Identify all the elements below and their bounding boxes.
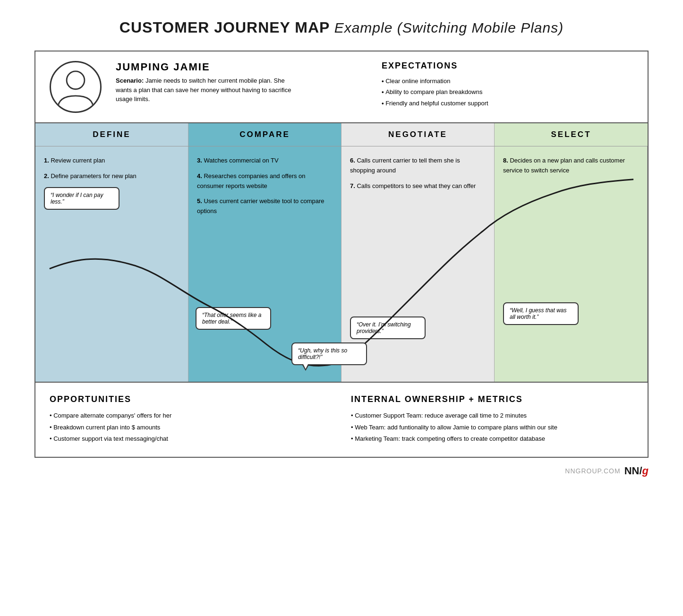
- opportunity-2: Breakdown current plan into $ amounts: [50, 422, 332, 434]
- phases-header: DEFINE COMPARE NEGOTIATE SELECT: [35, 123, 648, 146]
- metrics-list: Customer Support Team: reduce average ca…: [351, 410, 633, 445]
- persona-name: JUMPING JAMIE: [116, 61, 367, 73]
- phase-header-negotiate: NEGOTIATE: [342, 123, 495, 146]
- expectation-1: Clear online information: [382, 76, 633, 86]
- step-7: 7. Calls competitors to see what they ca…: [350, 181, 486, 191]
- expectations-section: EXPECTATIONS Clear online information Ab…: [382, 61, 633, 109]
- bubble-compare-2: “Ugh, why is this so difficult?!”: [291, 342, 367, 365]
- expectation-2: Ability to compare plan breakdowns: [382, 86, 633, 97]
- speech-bubble-define: “I wonder if I can pay less.”: [44, 187, 120, 210]
- expectations-list: Clear online information Ability to comp…: [382, 76, 633, 109]
- opportunity-1: Compare alternate companys' offers for h…: [50, 410, 332, 422]
- branding-logo: NN/g: [624, 465, 649, 477]
- metric-3: Marketing Team: track competing offers t…: [351, 433, 633, 445]
- speech-bubble-select: “Well, I guess that was all worth it.”: [503, 302, 579, 325]
- opportunities-list: Compare alternate companys' offers for h…: [50, 410, 332, 445]
- bubble-select: “Well, I guess that was all worth it.”: [503, 302, 579, 325]
- opportunity-3: Customer support via text messaging/chat: [50, 433, 332, 445]
- phase-header-define: DEFINE: [35, 123, 188, 146]
- svg-point-0: [67, 71, 85, 89]
- step-8: 8. Decides on a new plan and calls custo…: [503, 156, 639, 176]
- metric-1: Customer Support Team: reduce average ca…: [351, 410, 633, 422]
- metric-2: Web Team: add funtionality to allow Jami…: [351, 422, 633, 434]
- step-6: 6. Calls current carrier to tell them sh…: [350, 156, 486, 176]
- journey-column-define: 1. Review current plan 2. Define paramet…: [35, 146, 188, 382]
- branding-nn: NN: [624, 465, 640, 477]
- speech-bubble-negotiate: “Over it. I’m switching providers.”: [350, 317, 426, 339]
- step-5: 5. Uses current carrier website tool to …: [197, 197, 333, 216]
- journey-content: 1. Review current plan 2. Define paramet…: [35, 146, 648, 383]
- branding: NNGROUP.COM NN/g: [34, 465, 649, 477]
- metrics-title: INTERNAL OWNERSHIP + METRICS: [351, 394, 633, 404]
- metrics: INTERNAL OWNERSHIP + METRICS Customer Su…: [351, 394, 633, 445]
- main-container: JUMPING JAMIE Scenario: Jamie needs to s…: [34, 51, 649, 458]
- step-3: 3. Watches commercial on TV: [197, 156, 333, 166]
- page-title: CUSTOMER JOURNEY MAP Example (Switching …: [120, 19, 563, 36]
- title-main: CUSTOMER JOURNEY MAP: [120, 19, 330, 36]
- opportunities: OPPORTUNITIES Compare alternate companys…: [50, 394, 332, 445]
- scenario-label: Scenario:: [116, 77, 144, 84]
- bottom-section: OPPORTUNITIES Compare alternate companys…: [35, 383, 648, 457]
- branding-url: NNGROUP.COM: [565, 467, 620, 475]
- expectation-3: Friendly and helpful customer support: [382, 98, 633, 109]
- title-sub: Example (Switching Mobile Plans): [334, 20, 564, 35]
- speech-bubble-compare-2: “Ugh, why is this so difficult?!”: [291, 342, 367, 365]
- bubble-compare-1: “That offer seems like a better deal.”: [196, 307, 271, 330]
- branding-g: g: [642, 465, 649, 477]
- phase-header-compare: COMPARE: [188, 123, 342, 146]
- journey-column-select: 8. Decides on a new plan and calls custo…: [495, 146, 648, 382]
- persona-avatar: [50, 61, 102, 113]
- persona-scenario: Scenario: Jamie needs to switch her curr…: [116, 76, 295, 104]
- persona-info: JUMPING JAMIE Scenario: Jamie needs to s…: [116, 61, 367, 104]
- expectations-title: EXPECTATIONS: [382, 61, 633, 71]
- speech-bubble-compare-1: “That offer seems like a better deal.”: [196, 307, 271, 330]
- bubble-define: “I wonder if I can pay less.”: [44, 187, 179, 210]
- bubble-negotiate: “Over it. I’m switching providers.”: [350, 317, 426, 339]
- step-1: 1. Review current plan: [44, 156, 179, 166]
- opportunities-title: OPPORTUNITIES: [50, 394, 332, 404]
- persona-section: JUMPING JAMIE Scenario: Jamie needs to s…: [35, 51, 648, 123]
- step-2: 2. Define parameters for new plan: [44, 171, 179, 181]
- step-4: 4. Researches companies and offers on co…: [197, 171, 333, 191]
- phase-header-select: SELECT: [495, 123, 648, 146]
